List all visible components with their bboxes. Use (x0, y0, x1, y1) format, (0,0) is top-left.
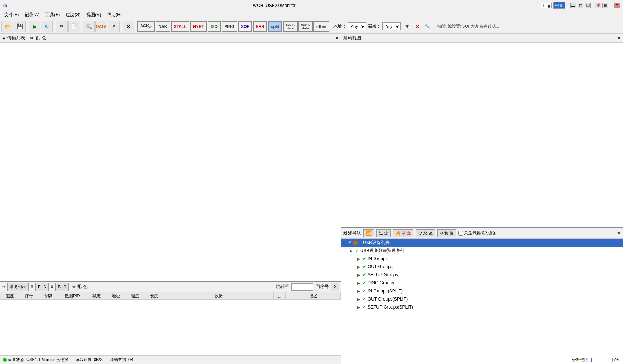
setup-groups-check: ✔ (362, 272, 366, 277)
overview-icon: ⏱ (418, 231, 423, 236)
filter-setup-groups[interactable]: ▶ ✔ SETUP Groups (356, 271, 623, 279)
lang-chs-btn[interactable]: 中文 (553, 2, 565, 9)
bus-upload-icon: ⬆ (30, 284, 34, 290)
refresh-btn[interactable]: ↻ (41, 21, 53, 32)
search-btn[interactable]: 🔍 (83, 21, 95, 32)
bus-events-btn[interactable]: 事务列表 (7, 283, 29, 291)
start-btn[interactable]: ▶ (29, 21, 40, 32)
filter-apply-btn[interactable]: ▼ (403, 22, 412, 31)
endpoint-select[interactable]: Any (382, 22, 401, 30)
read-speed-label: 读取速度: 0B/S (76, 357, 103, 363)
ping-groups-check: ✔ (362, 280, 366, 285)
save-btn[interactable]: 💾 (14, 21, 26, 32)
filter-children: ▶ ✔ IN Groups ▶ ✔ OUT Groups ▶ ✔ SET (349, 255, 623, 311)
restore-btn[interactable]: ❐ (585, 3, 591, 8)
filter-nav-reset-btn[interactable]: ↺ 复 位 (437, 229, 456, 237)
lang-eng-btn[interactable]: Eng (541, 3, 552, 8)
col-datapid: 数据PID (58, 292, 87, 300)
filter-iso-btn[interactable]: ISO (208, 21, 221, 32)
maximize-btn[interactable]: ◻ (578, 3, 583, 8)
trans-panel-title: 传输列表 (7, 35, 25, 41)
filter-err-btn[interactable]: ERR (253, 21, 267, 32)
filter-nak-btn[interactable]: NAK (156, 21, 170, 32)
col-length: 长度 (145, 292, 164, 300)
settings-btn[interactable]: ⚙ (123, 21, 134, 32)
filter-ack-btn[interactable]: ACK↙ (137, 21, 155, 32)
decode-panel-header: 解码视图 ✕ (341, 34, 623, 43)
filter-nav-panel: 过滤导航 📶 过 滤 🔥 清 空 ⏱ 总 览 ↺ 复 位 (341, 228, 623, 364)
filter-cancel-btn[interactable]: ✕ (413, 22, 422, 31)
filter-nav-filter-btn[interactable]: 过 滤 (376, 229, 391, 237)
filter-split-btn[interactable]: split (268, 21, 282, 32)
filter-nav-overview-label: 总 览 (423, 230, 433, 236)
menu-tools[interactable]: 工具(E) (42, 11, 63, 19)
filter-ping-btn[interactable]: PING (222, 21, 237, 32)
root-label: USB设备列表 (363, 240, 390, 246)
in-groups-check: ✔ (362, 256, 366, 261)
in-groups-split-arrow: ▶ (357, 289, 362, 293)
filter-sof-btn[interactable]: SOF (238, 21, 252, 32)
raw-data-item: 原始数据: 0B (110, 357, 134, 363)
col-status: 状态 (87, 292, 106, 300)
filter-ssplit-btn[interactable]: ssplitdata (283, 21, 298, 32)
root-arrow: ▶ (343, 241, 348, 245)
menu-filter[interactable]: 过滤(S) (63, 11, 83, 19)
out-groups-split-arrow: ▶ (357, 297, 362, 301)
trans-panel: ≡ 传输列表 ✏ 配 色 ✕ (0, 34, 341, 282)
decode-panel-close[interactable]: ✕ (617, 36, 621, 41)
filter-nav-close[interactable]: ✕ (617, 231, 621, 236)
pin-btn[interactable]: 📌 (595, 3, 601, 8)
filter-conditions-item[interactable]: ▶ ✔ USB设备列表预设条件 (349, 247, 623, 255)
conditions-arrow: ▶ (350, 249, 355, 253)
filter-nav-overview-btn[interactable]: ⏱ 总 览 (416, 229, 435, 237)
filter-out-groups[interactable]: ▶ ✔ OUT Groups (356, 263, 623, 271)
addr-label: 地址： (333, 23, 346, 29)
jump-to-input[interactable] (291, 283, 313, 291)
menu-file[interactable]: 文件(F) (1, 11, 22, 19)
filter-stall-btn[interactable]: STALL (171, 21, 190, 32)
export-btn[interactable]: ↗ (108, 21, 120, 32)
bus-close-btn[interactable]: ✕ (331, 283, 339, 291)
filter-csplit-btn[interactable]: csplitdata (298, 21, 313, 32)
bus-download-icon: ⬇ (50, 284, 54, 290)
edit-btn[interactable]: ✏ (56, 21, 68, 32)
filter-other-btn[interactable]: other (313, 21, 329, 32)
menu-view[interactable]: 视图(V) (83, 11, 104, 19)
layout-btn[interactable]: ⊞ (602, 3, 608, 8)
filter-ping-groups[interactable]: ▶ ✔ PING Groups (356, 279, 623, 287)
col-endpoint: 端点 (125, 292, 145, 300)
bus-btn1[interactable]: BUS (35, 283, 49, 291)
in-groups-split-label: IN Groups(SPLIT) (368, 288, 403, 294)
menu-help[interactable]: 帮助(H) (104, 11, 125, 19)
doc-btn[interactable]: 📄 (68, 21, 80, 32)
setup-groups-label: SETUP Groups (368, 272, 398, 277)
order-label: 回序号 (316, 284, 329, 290)
menu-record[interactable]: 记录(A) (22, 11, 42, 19)
col-desc: 描述 (286, 292, 341, 300)
filter-nav-title: 过滤导航 (343, 230, 361, 236)
bus-btn2[interactable]: BUS (55, 283, 69, 291)
filter-nyet-btn[interactable]: NYET (190, 21, 207, 32)
addr-select[interactable]: Any (348, 22, 366, 30)
only-new-checkbox[interactable] (458, 231, 463, 236)
bus-events-label: 事务列表 (10, 284, 26, 290)
close-btn[interactable]: ✕ (614, 3, 620, 8)
decode-panel-body (341, 43, 623, 228)
open-btn[interactable]: 📂 (1, 21, 13, 32)
filter-settings-btn[interactable]: 🔧 (423, 22, 432, 31)
ping-groups-arrow: ▶ (357, 281, 362, 285)
trans-panel-close[interactable]: ✕ (335, 36, 339, 41)
filter-out-groups-split[interactable]: ▶ ✔ OUT Groups(SPLIT) (356, 295, 623, 303)
bus-table: 速度 序号 令牌 数据PID 状态 地址 端点 长度 数据 ... 描述 (0, 292, 341, 300)
data-btn[interactable]: DATA (95, 21, 107, 32)
filter-in-groups[interactable]: ▶ ✔ IN Groups (356, 255, 623, 263)
filter-setup-groups-split[interactable]: ▶ ✔ SETUP Groups(SPLIT) (356, 303, 623, 311)
only-new-section: 只显示新插入设备 (458, 230, 496, 236)
filter-nav-clear-btn[interactable]: 🔥 清 空 (393, 229, 413, 237)
minimize-btn[interactable]: ▬ (570, 3, 576, 8)
addr-section: 地址： Any 端点： Any (333, 22, 401, 30)
usb-icon: ⬤⬡ (353, 240, 361, 245)
filter-nav-wifi-btn[interactable]: 📶 (363, 229, 374, 237)
filter-tree-root[interactable]: ▶ ✔ ⬤⬡ USB设备列表 (341, 239, 623, 247)
filter-in-groups-split[interactable]: ▶ ✔ IN Groups(SPLIT) (356, 287, 623, 295)
